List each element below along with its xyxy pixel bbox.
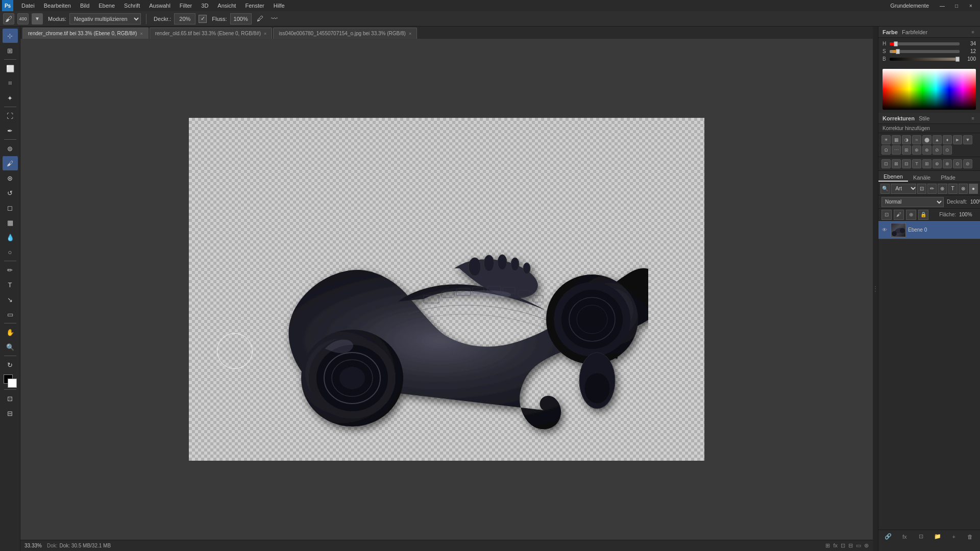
bri-slider[interactable] <box>890 58 960 61</box>
korr-icon-curves[interactable]: ◑ <box>902 135 911 144</box>
eyedropper-tool[interactable]: ✒ <box>3 123 18 138</box>
menu-hilfe[interactable]: Hilfe <box>270 2 289 10</box>
korr-icon-r1[interactable]: ⊡ <box>881 159 891 168</box>
lock-paint-icon[interactable]: 🖌 <box>894 210 904 220</box>
layer-new-icon[interactable]: + <box>946 532 962 542</box>
maximize-button[interactable]: □ <box>949 0 964 11</box>
korr-icon-channel-mixer[interactable]: Ω <box>881 145 891 155</box>
dodge-tool[interactable]: ○ <box>3 245 18 259</box>
canvas-wrapper[interactable] <box>20 39 873 540</box>
korr-icon-colorbalance[interactable]: ♦ <box>943 135 952 144</box>
zoom-tool[interactable]: 🔍 <box>3 340 18 354</box>
status-icon-2[interactable]: fx <box>833 542 838 549</box>
tab-ebenen[interactable]: Ebenen <box>878 172 908 182</box>
korr-icon-r5[interactable]: ⊞ <box>922 159 932 168</box>
tab-2-close[interactable]: × <box>409 31 411 36</box>
ebenen-art-select[interactable]: Art Name Effekt <box>893 185 917 192</box>
korr-icon-threshold[interactable]: ⊗ <box>922 145 932 155</box>
korr-icon-levels[interactable]: ▦ <box>892 135 901 144</box>
artboard-tool[interactable]: ⊞ <box>3 43 18 58</box>
status-icon-5[interactable]: ▭ <box>856 542 861 549</box>
screen-mode-tool[interactable]: ⊟ <box>3 406 18 420</box>
magic-wand-tool[interactable]: ✦ <box>3 91 18 105</box>
menu-datei[interactable]: Datei <box>17 2 39 10</box>
ebenen-filter-icon4[interactable]: T <box>948 184 958 194</box>
menu-ebene[interactable]: Ebene <box>94 2 119 10</box>
tab-kanaele[interactable]: Kanäle <box>908 173 936 182</box>
korr-icon-hsl[interactable]: ▲ <box>933 135 942 144</box>
tab-0[interactable]: render_chrome.tif bei 33.3% (Ebene 0, RG… <box>22 28 149 39</box>
layer-visibility-0[interactable]: 👁 <box>880 226 889 234</box>
korr-icon-colorlookup[interactable]: ⋯ <box>892 145 901 155</box>
status-icon-4[interactable]: ⊟ <box>848 542 853 549</box>
color-block[interactable] <box>4 374 17 388</box>
ebenen-search-icon[interactable]: 🔍 <box>880 184 890 194</box>
korrekturen-collapse[interactable]: ≡ <box>970 115 976 121</box>
menu-auswahl[interactable]: Auswahl <box>145 2 175 10</box>
layer-group-icon[interactable]: 📁 <box>930 532 945 542</box>
menu-ansicht[interactable]: Ansicht <box>213 2 240 10</box>
korr-icon-brightness[interactable]: ☀ <box>881 135 891 144</box>
deckr-input[interactable] <box>174 13 195 24</box>
korr-icon-invert[interactable]: ⊞ <box>902 145 911 155</box>
ebenen-filter-icon3[interactable]: ⊕ <box>938 184 947 194</box>
color-picker[interactable] <box>883 69 976 110</box>
fluss-input[interactable] <box>230 13 252 24</box>
spot-heal-tool[interactable]: ⊚ <box>3 141 18 156</box>
mode-select[interactable]: Negativ multiplizieren Normal Multiplizi… <box>69 13 141 24</box>
brush-tool-icon[interactable]: 🖌 <box>3 13 14 24</box>
korr-icon-exposure[interactable]: ≈ <box>912 135 921 144</box>
lasso-tool[interactable]: ⌗ <box>3 76 18 90</box>
hand-tool[interactable]: ✋ <box>3 325 18 339</box>
marquee-tool[interactable]: ⬜ <box>3 61 18 76</box>
korr-icon-r9[interactable]: ⊘ <box>963 159 972 168</box>
tab-1[interactable]: render_old.65.tif bei 33.3% (Ebene 0, RG… <box>150 28 273 39</box>
background-color[interactable] <box>8 379 17 388</box>
airbrush-toggle[interactable]: ✓ <box>199 15 207 23</box>
gradient-tool[interactable]: ▦ <box>3 215 18 230</box>
canvas-document[interactable] <box>189 118 704 461</box>
korr-icon-r6[interactable]: ⊕ <box>933 159 942 168</box>
lock-move-icon[interactable]: ⊕ <box>906 210 916 220</box>
blend-mode-select[interactable]: Normal Multiplizieren Bildschirm Negativ… <box>881 197 944 207</box>
sat-slider[interactable] <box>890 50 960 53</box>
blur-tool[interactable]: 💧 <box>3 230 18 244</box>
tab-2[interactable]: iss040e006780_14550707154_o.jpg bei 33.3… <box>273 28 417 39</box>
tab-0-close[interactable]: × <box>140 31 142 36</box>
korr-icon-r2[interactable]: ⊠ <box>892 159 901 168</box>
status-icon-1[interactable]: ⊞ <box>825 542 830 549</box>
menu-bearbeiten[interactable]: Bearbeiten <box>40 2 75 10</box>
panel-resize-handle[interactable] <box>873 27 878 551</box>
korr-icon-r4[interactable]: T <box>912 159 921 168</box>
move-tool[interactable]: ⊹ <box>3 29 18 43</box>
menu-fenster[interactable]: Fenster <box>241 2 268 10</box>
menu-bild[interactable]: Bild <box>76 2 93 10</box>
shape-tool[interactable]: ▭ <box>3 307 18 321</box>
korr-icon-gradient-map[interactable]: ⊘ <box>933 145 942 155</box>
status-icon-6[interactable]: ⊛ <box>864 542 869 549</box>
history-brush-tool[interactable]: ↺ <box>3 186 18 200</box>
smoothing-icon[interactable]: 〰 <box>269 13 280 24</box>
hue-slider[interactable] <box>890 42 960 45</box>
layer-fx-icon[interactable]: fx <box>897 532 912 542</box>
korr-icon-r8[interactable]: ⊙ <box>953 159 962 168</box>
tab-pfade[interactable]: Pfade <box>936 173 961 182</box>
ebenen-filter-icon1[interactable]: ⊡ <box>917 184 926 194</box>
pen-tool[interactable]: ✏ <box>3 263 18 277</box>
close-button[interactable]: × <box>964 0 978 11</box>
layer-delete-icon[interactable]: 🗑 <box>963 532 978 542</box>
layer-mask-icon[interactable]: ⊡ <box>913 532 928 542</box>
rotate-view-tool[interactable]: ↻ <box>3 358 18 372</box>
clone-stamp-tool[interactable]: ⊛ <box>3 171 18 185</box>
quick-mask-tool[interactable]: ⊡ <box>3 391 18 406</box>
korr-icon-vibrance[interactable]: ⬤ <box>922 135 932 144</box>
brush-size-icon[interactable]: 400 <box>17 13 29 24</box>
color-panel-collapse[interactable]: ≡ <box>970 29 976 35</box>
pressure-icon[interactable]: 🖊 <box>255 13 266 24</box>
korr-icon-selective-color[interactable]: ⊙ <box>943 145 952 155</box>
status-icon-3[interactable]: ⊡ <box>841 542 845 549</box>
menu-schrift[interactable]: Schrift <box>120 2 144 10</box>
korr-icon-bw[interactable]: ► <box>953 135 962 144</box>
text-tool[interactable]: T <box>3 278 18 292</box>
brush-options-icon[interactable]: ▼ <box>32 13 43 24</box>
